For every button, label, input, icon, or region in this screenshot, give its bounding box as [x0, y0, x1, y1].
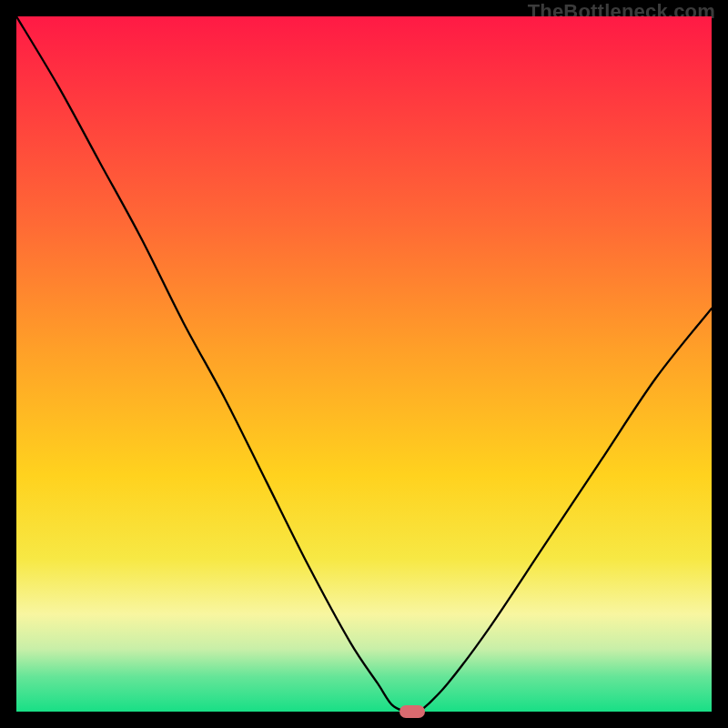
chart-stage: TheBottleneck.com: [0, 0, 728, 728]
plot-area: [16, 16, 712, 712]
optimal-marker: [399, 705, 425, 718]
bottleneck-curve: [16, 16, 712, 712]
curve-svg: [16, 16, 712, 712]
